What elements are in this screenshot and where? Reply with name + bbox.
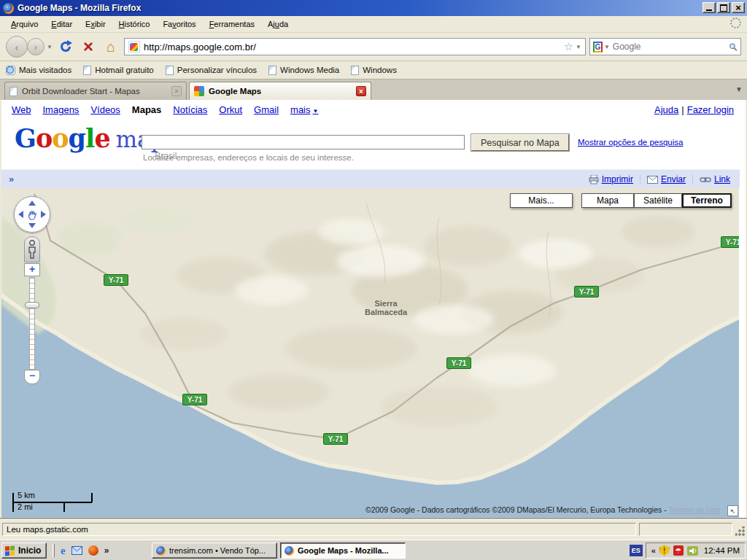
overview-map-toggle[interactable]: ↖ [727,505,738,516]
tab-strip: ▼ Orbit Downloader Start - Mapas×Google … [0,79,747,100]
outlook-express-icon[interactable] [71,546,82,555]
zoom-out-button[interactable]: − [24,370,40,384]
resize-grip-icon[interactable] [735,526,745,536]
terms-of-use-link[interactable]: Termos de Uso [668,505,720,514]
taskbar-task-trensim-com-vendo-top[interactable]: trensim.com • Vendo Tóp... [152,542,277,559]
pan-down-icon[interactable] [28,223,36,228]
task-label: trensim.com • Vendo Tóp... [169,546,266,555]
security-shield-icon[interactable]: ! [659,545,670,556]
bookmark-windows[interactable]: Windows [351,66,397,75]
back-button[interactable]: ‹ [6,36,28,58]
menu-exibir[interactable]: Exibir [79,17,112,31]
minimize-button[interactable] [703,2,716,13]
forward-button[interactable]: › [27,38,44,55]
tray-chevron-icon[interactable]: « [651,546,656,555]
url-dropdown-icon[interactable]: ▼ [576,44,581,50]
tab-google-maps[interactable]: Google Maps× [189,82,371,100]
gheader-link-gmail[interactable]: Gmail [254,104,279,115]
maps-search-input[interactable] [142,135,465,149]
tab-list-dropdown-icon[interactable]: ▼ [735,85,743,93]
start-button[interactable]: Inicio [1,542,47,559]
most-visited-icon [6,66,15,75]
gheader-link-orkut[interactable]: Orkut [219,104,242,115]
zoom-in-button[interactable]: + [24,263,40,276]
scale-km-label: 5 km [18,491,35,499]
tab-close-icon[interactable]: × [356,86,366,96]
menubar-items: ArquivoEditarExibirHistóricoFavoritosFer… [4,17,295,31]
bookmark-windows-media[interactable]: Windows Media [268,66,339,75]
send-link-item: Enviar [640,174,692,184]
volume-icon[interactable] [687,546,698,556]
stop-button[interactable]: × [79,37,98,56]
hand-icon [27,209,39,221]
orange-app-icon[interactable] [88,545,98,556]
tab-label: Google Maps [209,87,352,96]
history-dropdown-icon[interactable]: ▼ [47,44,53,50]
gheader-link-fazer-login[interactable]: Fazer login [687,104,734,115]
gheader-link-noticias[interactable]: Notícias [173,104,207,115]
map-type-mapa[interactable]: Mapa [581,193,634,208]
send-link[interactable]: Enviar [661,174,686,184]
gheader-link-ajuda[interactable]: Ajuda [654,104,678,115]
tab-orbit-downloader-start-mapas[interactable]: Orbit Downloader Start - Mapas× [4,82,187,100]
bookmark-mais-visitados[interactable]: Mais visitados [6,66,71,75]
chain-link-icon [700,176,711,183]
menu-historico[interactable]: Histórico [112,17,157,31]
menu-favoritos[interactable]: Favoritos [156,17,202,31]
map-pan-control[interactable] [14,196,50,233]
pan-up-icon[interactable] [28,201,36,206]
bookmark-star-icon[interactable]: ☆ [564,40,573,53]
antivirus-icon[interactable]: ☂ [673,545,684,556]
reload-button[interactable] [56,37,75,56]
bookmark-personalizar-vinculos[interactable]: Personalizar vínculos [166,66,257,75]
header-separator: | [681,104,684,115]
map-type-satelite[interactable]: Satélite [634,193,682,208]
clock: 12:44 PM [702,546,740,555]
zoom-slider-track[interactable] [29,277,35,370]
gheader-link-imagens[interactable]: Imagens [43,104,80,115]
map-canvas[interactable]: + − Mais...MapaSatéliteTerreno Sierra Ba… [1,188,739,518]
gheader-link-mais[interactable]: mais▼ [290,104,318,115]
logo-letter: l [85,123,94,153]
menu-ferramentas[interactable]: Ferramentas [203,17,261,31]
maps-search-button[interactable]: Pesquisar no Mapa [471,134,569,151]
internet-explorer-icon[interactable]: e [61,545,66,557]
maximize-button[interactable] [717,2,730,13]
page-icon [83,66,91,75]
envelope-icon [647,176,658,184]
close-button[interactable] [732,2,745,13]
menu-arquivo[interactable]: Arquivo [4,17,44,31]
menu-ajuda[interactable]: Ajuda [261,17,295,31]
road-marker-y-71-6: Y-71 [323,433,348,445]
page-content: WebImagensVídeosMapasNotíciasOrkutGmailm… [1,100,746,519]
toolbar-grip[interactable] [53,544,55,557]
map-type-terreno[interactable]: Terreno [682,193,732,208]
pegman-icon [27,240,37,259]
pan-left-icon[interactable] [18,211,23,218]
pan-right-icon[interactable] [41,211,46,218]
taskbar-task-google-maps-mozilla[interactable]: Google Maps - Mozilla... [280,542,406,559]
status-progress-segment [639,523,732,536]
street-view-pegman[interactable] [24,236,40,262]
print-link[interactable]: Imprimir [602,174,633,184]
search-options-link[interactable]: Mostrar opções de pesquisa [578,138,683,147]
sidebar-collapse-button[interactable]: » [1,174,21,184]
menu-editar[interactable]: Editar [44,17,79,31]
url-input[interactable] [144,42,560,52]
home-button[interactable]: ⌂ [101,37,120,56]
web-search-input[interactable] [613,42,726,52]
gheader-link-videos[interactable]: Vídeos [90,104,120,115]
menu-bar: ArquivoEditarExibirHistóricoFavoritosFer… [0,16,747,33]
language-indicator[interactable]: ES [630,545,643,556]
link-link[interactable]: Link [714,174,730,184]
zoom-slider-thumb[interactable] [25,302,39,308]
map-type-mais[interactable]: Mais... [510,193,573,208]
quick-launch-overflow-icon[interactable]: » [104,545,109,556]
google-engine-icon: G [593,42,603,52]
magnifier-icon[interactable] [729,42,738,52]
tab-close-icon[interactable]: × [171,86,182,96]
navigation-toolbar: ‹ › ▼ × ⌂ ☆ ▼ G ▼ [0,33,747,61]
gheader-link-web[interactable]: Web [12,104,31,115]
bookmark-hotmail-gratuito[interactable]: Hotmail gratuito [83,66,154,75]
engine-dropdown-icon[interactable]: ▼ [604,44,610,50]
